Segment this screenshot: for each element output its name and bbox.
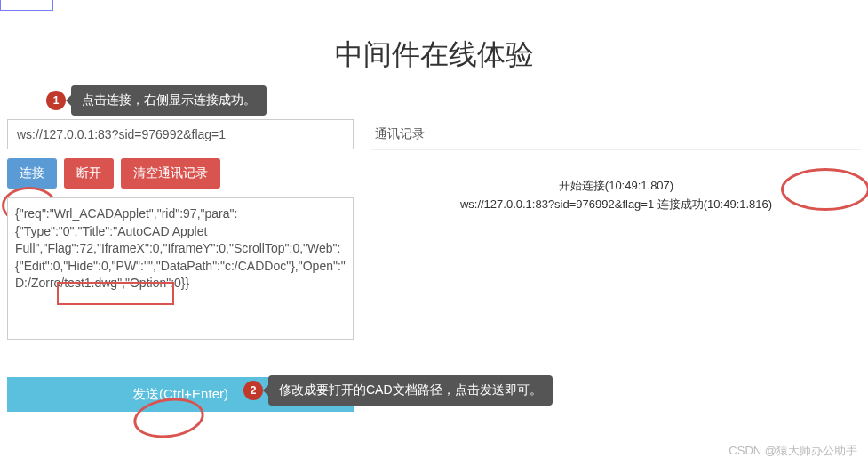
badge-1: 1 (46, 91, 66, 110)
payload-wrapper: {"req":"Wrl_ACADApplet","rid":97,"para":… (7, 197, 354, 350)
tooltip-2-text: 修改成要打开的CAD文档路径，点击发送即可。 (279, 382, 542, 398)
window-fragment (0, 0, 53, 11)
websocket-url-input[interactable] (7, 119, 354, 149)
tooltip-step-2: 2 修改成要打开的CAD文档路径，点击发送即可。 (268, 375, 553, 406)
tooltip-1-text: 点击连接，右侧显示连接成功。 (82, 92, 256, 108)
tooltip-step-1: 1 点击连接，右侧显示连接成功。 (71, 85, 267, 116)
disconnect-button[interactable]: 断开 (64, 158, 114, 189)
watermark: CSDN @猿大师办公助手 (729, 443, 857, 459)
log-body: 开始连接(10:49:1.807) ws://127.0.0.1:83?sid=… (371, 177, 861, 214)
button-row: 连接 断开 清空通讯记录 (7, 158, 354, 189)
log-header: 通讯记录 (371, 119, 861, 150)
left-column: 1 点击连接，右侧显示连接成功。 连接 断开 清空通讯记录 {"req":"Wr… (7, 119, 354, 412)
log-line-1: 开始连接(10:49:1.807) (371, 177, 861, 196)
payload-textarea[interactable]: {"req":"Wrl_ACADApplet","rid":97,"para":… (7, 197, 354, 340)
clear-log-button[interactable]: 清空通讯记录 (121, 158, 220, 189)
main-layout: 1 点击连接，右侧显示连接成功。 连接 断开 清空通讯记录 {"req":"Wr… (0, 119, 868, 412)
right-column: 通讯记录 开始连接(10:49:1.807) ws://127.0.0.1:83… (371, 119, 861, 412)
page-title: 中间件在线体验 (0, 36, 868, 75)
badge-2: 2 (243, 381, 263, 400)
connect-button[interactable]: 连接 (7, 158, 57, 189)
log-line-2: ws://127.0.0.1:83?sid=976992&flag=1 连接成功… (371, 196, 861, 214)
